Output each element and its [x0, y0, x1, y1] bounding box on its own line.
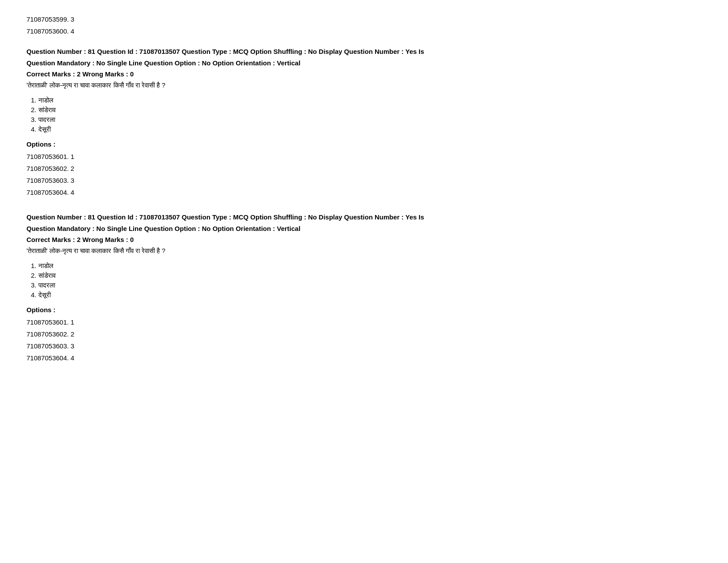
options-label: Options : [26, 306, 702, 314]
question-meta: Question Number : 81 Question Id : 71087… [26, 212, 702, 234]
option-id-entry: 71087053602. 2 [26, 328, 702, 340]
option-id-entry: 71087053603. 3 [26, 340, 702, 352]
correct-marks: Correct Marks : 2 Wrong Marks : 0 [26, 70, 702, 78]
option-ids: 71087053601. 171087053602. 271087053603.… [26, 151, 702, 198]
answer-option: 4. देसूरी [31, 125, 702, 133]
question-block-2: Question Number : 81 Question Id : 71087… [26, 212, 702, 364]
answer-options-list: 1. नाडोल2. सांडेराव3. पादरला4. देसूरी [26, 262, 702, 299]
option-id-entry: 71087053603. 3 [26, 174, 702, 186]
question-text: 'तेराताळी' लोक-नृत्य रा चावा कलाकार किसै… [26, 81, 702, 89]
answer-option: 2. सांडेराव [31, 272, 702, 280]
answer-option: 2. सांडेराव [31, 106, 702, 114]
top-options-section: 71087053599. 371087053600. 4 [26, 13, 702, 37]
option-id-entry: 71087053601. 1 [26, 151, 702, 162]
correct-marks: Correct Marks : 2 Wrong Marks : 0 [26, 236, 702, 243]
answer-option: 3. पादरला [31, 281, 702, 289]
top-entry: 71087053599. 3 [26, 13, 702, 25]
question-blocks-container: Question Number : 81 Question Id : 71087… [26, 46, 702, 364]
option-id-entry: 71087053601. 1 [26, 316, 702, 328]
answer-option: 1. नाडोल [31, 96, 702, 104]
option-id-entry: 71087053602. 2 [26, 162, 702, 174]
question-block-1: Question Number : 81 Question Id : 71087… [26, 46, 702, 198]
options-label: Options : [26, 140, 702, 148]
answer-option: 4. देसूरी [31, 291, 702, 299]
answer-options-list: 1. नाडोल2. सांडेराव3. पादरला4. देसूरी [26, 96, 702, 133]
question-meta: Question Number : 81 Question Id : 71087… [26, 46, 702, 68]
option-ids: 71087053601. 171087053602. 271087053603.… [26, 316, 702, 364]
option-id-entry: 71087053604. 4 [26, 186, 702, 198]
answer-option: 1. नाडोल [31, 262, 702, 270]
question-text: 'तेराताळी' लोक-नृत्य रा चावा कलाकार किसै… [26, 247, 702, 255]
option-id-entry: 71087053604. 4 [26, 352, 702, 364]
top-entry: 71087053600. 4 [26, 25, 702, 37]
answer-option: 3. पादरला [31, 116, 702, 124]
